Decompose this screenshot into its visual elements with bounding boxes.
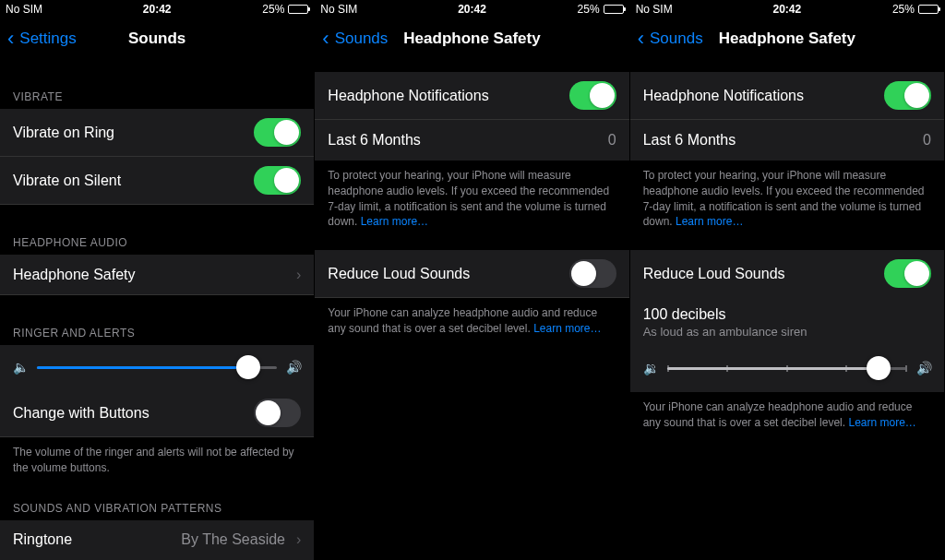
toggle-reduce-loud-sounds[interactable] <box>569 259 616 288</box>
ringer-footer: The volume of the ringer and alerts will… <box>0 437 314 483</box>
cell-headphone-notifications: Headphone Notifications <box>315 72 628 120</box>
speaker-low-icon: 🔉 <box>643 361 658 375</box>
cell-ringtone[interactable]: Ringtone By The Seaside › <box>0 520 314 560</box>
label: Reduce Loud Sounds <box>643 266 785 282</box>
toggle-reduce-loud-sounds[interactable] <box>884 259 931 288</box>
status-battery: 25% <box>838 3 939 16</box>
status-time: 20:42 <box>736 3 837 16</box>
cell-last-6-months[interactable]: Last 6 Months 0 <box>630 120 944 161</box>
chevron-right-icon: › <box>296 531 301 548</box>
status-bar: No SIM 20:42 25% <box>630 0 944 18</box>
status-time: 20:42 <box>106 3 207 16</box>
nav-bar: ‹ Settings Sounds <box>0 18 314 59</box>
label: Vibrate on Ring <box>13 125 114 141</box>
speaker-high-icon: 🔊 <box>916 361 931 375</box>
toggle-vibrate-silent[interactable] <box>254 166 301 195</box>
label: Headphone Notifications <box>328 88 488 104</box>
status-carrier: No SIM <box>636 3 736 16</box>
back-label: Settings <box>19 30 76 48</box>
ringer-slider[interactable] <box>37 366 277 369</box>
back-label: Sounds <box>335 30 389 48</box>
status-carrier: No SIM <box>320 3 421 16</box>
value: 0 <box>608 132 616 149</box>
screen-headphone-safety-on: No SIM 20:42 25% ‹ Sounds Headphone Safe… <box>630 0 945 560</box>
toggle-vibrate-ring[interactable] <box>254 118 301 147</box>
cell-last-6-months[interactable]: Last 6 Months 0 <box>315 120 628 161</box>
label: Ringtone <box>13 531 72 548</box>
reduce-footer: Your iPhone can analyze headphone audio … <box>630 392 944 438</box>
section-vibrate-header: VIBRATE <box>0 85 314 109</box>
ringer-slider-cell: 🔈 🔊 <box>0 345 314 389</box>
hearing-footer: To protect your hearing, your iPhone wil… <box>630 161 944 237</box>
cell-headphone-notifications: Headphone Notifications <box>630 72 944 120</box>
learn-more-link[interactable]: Learn more… <box>533 322 601 335</box>
cell-vibrate-silent: Vibrate on Silent <box>0 157 314 205</box>
cell-change-with-buttons: Change with Buttons <box>0 389 314 437</box>
nav-bar: ‹ Sounds Headphone Safety <box>315 18 628 59</box>
back-button[interactable]: ‹ Sounds <box>322 29 388 49</box>
screen-sounds: No SIM 20:42 25% ‹ Settings Sounds VIBRA… <box>0 0 315 560</box>
decibel-slider[interactable] <box>667 367 907 370</box>
decibels-subtitle: As loud as an ambulance siren <box>630 325 944 348</box>
speaker-high-icon: 🔊 <box>286 360 301 375</box>
status-battery: 25% <box>208 3 308 16</box>
toggle-headphone-notifications[interactable] <box>569 81 616 110</box>
decibels-label: 100 decibels <box>630 297 944 325</box>
section-sounds-header: SOUNDS AND VIBRATION PATTERNS <box>0 496 314 520</box>
hearing-footer: To protect your hearing, your iPhone wil… <box>315 161 628 237</box>
cell-reduce-loud-sounds: Reduce Loud Sounds <box>315 250 628 298</box>
back-label: Sounds <box>650 30 703 48</box>
back-button[interactable]: ‹ Settings <box>7 29 77 49</box>
value: By The Seaside <box>181 531 291 548</box>
status-carrier: No SIM <box>6 3 106 16</box>
battery-pct: 25% <box>262 3 284 16</box>
learn-more-link[interactable]: Learn more… <box>848 416 915 429</box>
learn-more-link[interactable]: Learn more… <box>676 215 743 228</box>
nav-bar: ‹ Sounds Headphone Safety <box>630 18 944 59</box>
reduce-footer: Your iPhone can analyze headphone audio … <box>315 298 628 344</box>
label: Last 6 Months <box>643 132 736 149</box>
label: Headphone Notifications <box>643 88 804 104</box>
value: 0 <box>923 132 931 149</box>
label: Reduce Loud Sounds <box>328 266 470 282</box>
toggle-headphone-notifications[interactable] <box>884 81 931 110</box>
section-ringer-header: RINGER AND ALERTS <box>0 321 314 345</box>
status-battery: 25% <box>522 3 623 16</box>
chevron-right-icon: › <box>296 267 301 283</box>
cell-reduce-loud-sounds: Reduce Loud Sounds <box>630 250 944 297</box>
learn-more-link[interactable]: Learn more… <box>361 215 428 228</box>
screen-headphone-safety-off: No SIM 20:42 25% ‹ Sounds Headphone Safe… <box>315 0 629 560</box>
decibel-slider-cell: 🔉 🔊 <box>630 348 944 392</box>
label: Change with Buttons <box>13 405 150 422</box>
label: Headphone Safety <box>13 267 136 283</box>
section-headphone-header: HEADPHONE AUDIO <box>0 231 314 255</box>
cell-headphone-safety[interactable]: Headphone Safety › <box>0 255 314 295</box>
chevron-left-icon: ‹ <box>7 29 14 49</box>
cell-vibrate-ring: Vibrate on Ring <box>0 109 314 157</box>
speaker-low-icon: 🔈 <box>13 360 28 375</box>
status-bar: No SIM 20:42 25% <box>0 0 314 18</box>
battery-icon <box>604 5 624 14</box>
label: Vibrate on Silent <box>13 173 121 189</box>
toggle-change-with-buttons[interactable] <box>254 399 301 427</box>
battery-pct: 25% <box>578 3 600 16</box>
chevron-left-icon: ‹ <box>322 29 329 49</box>
label: Last 6 Months <box>328 132 421 149</box>
status-time: 20:42 <box>422 3 522 16</box>
battery-pct: 25% <box>892 3 915 16</box>
battery-icon <box>918 5 939 14</box>
battery-icon <box>288 5 308 14</box>
back-button[interactable]: ‹ Sounds <box>638 29 703 49</box>
chevron-left-icon: ‹ <box>638 29 644 49</box>
status-bar: No SIM 20:42 25% <box>315 0 628 18</box>
